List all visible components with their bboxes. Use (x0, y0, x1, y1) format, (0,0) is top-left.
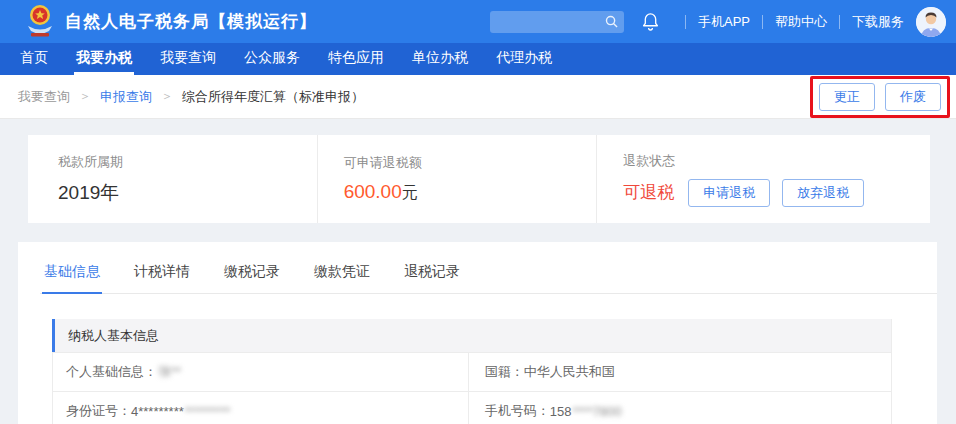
tax-period-label: 税款所属期 (58, 153, 317, 171)
refund-status-label: 退款状态 (623, 152, 930, 170)
phone-value: 158 (550, 404, 572, 419)
tax-period-value: 2019年 (58, 180, 317, 206)
breadcrumb-separator-icon: ＞ (79, 88, 91, 105)
download-service-link[interactable]: 下载服务 (852, 13, 904, 31)
refund-status-value: 可退税 (623, 181, 674, 204)
header-search[interactable] (490, 11, 624, 33)
refundable-amount-unit: 元 (402, 184, 418, 201)
nationality-cell: 国籍：中华人民共和国 (468, 353, 891, 391)
main-nav: 首页 我要办税 我要查询 公众服务 特色应用 单位办税 代理办税 (0, 43, 956, 75)
table-row: 个人基础信息：张** 国籍：中华人民共和国 (53, 352, 891, 391)
summary-card-area: 税款所属期 2019年 可申请退税额 600.00元 退款状态 可退税 申请退税… (0, 119, 956, 242)
id-number-label: 身份证号： (66, 402, 131, 420)
notification-bell-icon[interactable] (642, 12, 659, 31)
abandon-refund-button[interactable]: 放弃退税 (782, 179, 864, 207)
void-button[interactable]: 作废 (885, 83, 941, 111)
mobile-app-link[interactable]: 手机APP (698, 13, 750, 31)
phone-label: 手机号码： (485, 402, 550, 420)
refundable-amount-value: 600.00 (344, 181, 402, 202)
nav-item-featured-apps[interactable]: 特色应用 (326, 43, 386, 75)
refundable-amount-label: 可申请退税额 (344, 154, 597, 172)
nationality-value: 中华人民共和国 (524, 363, 615, 381)
app-header: 自然人电子税务局【模拟运行】 手机APP 帮助中心 下载服务 (0, 0, 956, 43)
basic-info-masked-value: 张** (158, 363, 181, 381)
id-number-masked-value: ********* (185, 404, 231, 419)
detail-tabs: 基础信息 计税详情 缴税记录 缴款凭证 退税记录 (40, 256, 937, 294)
taxpayer-section-title: 纳税人基本信息 (52, 319, 891, 352)
correct-button[interactable]: 更正 (819, 83, 875, 111)
search-input[interactable] (496, 15, 605, 29)
tab-refund-records[interactable]: 退税记录 (402, 256, 462, 294)
phone-cell: 手机号码：158****7800 (468, 392, 891, 424)
id-number-value: 4********* (131, 404, 184, 419)
breadcrumb-declaration-query[interactable]: 申报查询 (100, 88, 152, 106)
taxpayer-info-table: 纳税人基本信息 个人基础信息：张** 国籍：中华人民共和国 身份证号：4****… (52, 319, 892, 424)
breadcrumb-separator-icon: ＞ (161, 88, 173, 105)
app-title: 自然人电子税务局【模拟运行】 (65, 10, 317, 33)
detail-panel: 基础信息 计税详情 缴税记录 缴款凭证 退税记录 纳税人基本信息 个人基础信息：… (18, 242, 937, 424)
search-icon[interactable] (605, 15, 618, 28)
nav-item-agent-tax[interactable]: 代理办税 (494, 43, 554, 75)
id-number-cell: 身份证号：4****************** (53, 392, 468, 424)
header-divider (685, 15, 686, 29)
header-divider (762, 15, 763, 29)
summary-card: 税款所属期 2019年 可申请退税额 600.00元 退款状态 可退税 申请退税… (28, 135, 930, 223)
header-divider (839, 15, 840, 29)
tab-payment-records[interactable]: 缴税记录 (222, 256, 282, 294)
basic-info-cell: 个人基础信息：张** (53, 353, 468, 391)
breadcrumb: 我要查询 ＞ 申报查询 ＞ 综合所得年度汇算（标准申报） (18, 88, 364, 106)
nav-item-tax-handling[interactable]: 我要办税 (74, 43, 134, 75)
nationality-label: 国籍： (485, 363, 524, 381)
red-annotation-box: 更正 作废 (810, 76, 950, 118)
phone-masked-value: ****7800 (573, 404, 622, 419)
tab-tax-calculation[interactable]: 计税详情 (132, 256, 192, 294)
nav-item-company-tax[interactable]: 单位办税 (410, 43, 470, 75)
tab-payment-voucher[interactable]: 缴款凭证 (312, 256, 372, 294)
table-row: 身份证号：4****************** 手机号码：158****780… (53, 391, 891, 424)
tax-bureau-logo-icon (24, 4, 56, 40)
tab-basic-info[interactable]: 基础信息 (42, 256, 102, 294)
help-center-link[interactable]: 帮助中心 (775, 13, 827, 31)
nav-item-public-service[interactable]: 公众服务 (242, 43, 302, 75)
user-avatar[interactable] (916, 7, 946, 37)
apply-refund-button[interactable]: 申请退税 (688, 179, 770, 207)
breadcrumb-bar: 我要查询 ＞ 申报查询 ＞ 综合所得年度汇算（标准申报） 更正 作废 (0, 75, 956, 119)
breadcrumb-query[interactable]: 我要查询 (18, 88, 70, 106)
basic-info-label: 个人基础信息： (66, 363, 157, 381)
nav-item-query[interactable]: 我要查询 (158, 43, 218, 75)
nav-item-home[interactable]: 首页 (18, 43, 50, 75)
breadcrumb-current-page: 综合所得年度汇算（标准申报） (182, 88, 364, 106)
